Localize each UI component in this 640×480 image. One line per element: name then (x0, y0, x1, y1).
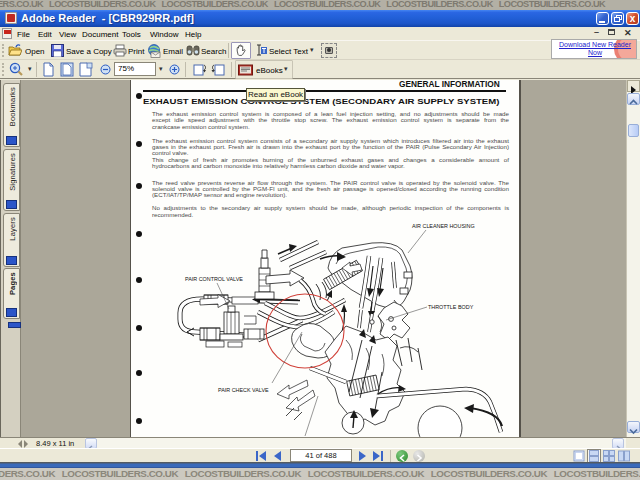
svg-text:PAIR CONTROL VALVE: PAIR CONTROL VALVE (185, 276, 243, 282)
svg-text:AIR CLEANER HOUSING: AIR CLEANER HOUSING (412, 223, 475, 229)
svg-text:PAIR CHECK VALVE: PAIR CHECK VALVE (218, 387, 269, 393)
svg-text:THROTTLE BODY: THROTTLE BODY (428, 304, 474, 310)
